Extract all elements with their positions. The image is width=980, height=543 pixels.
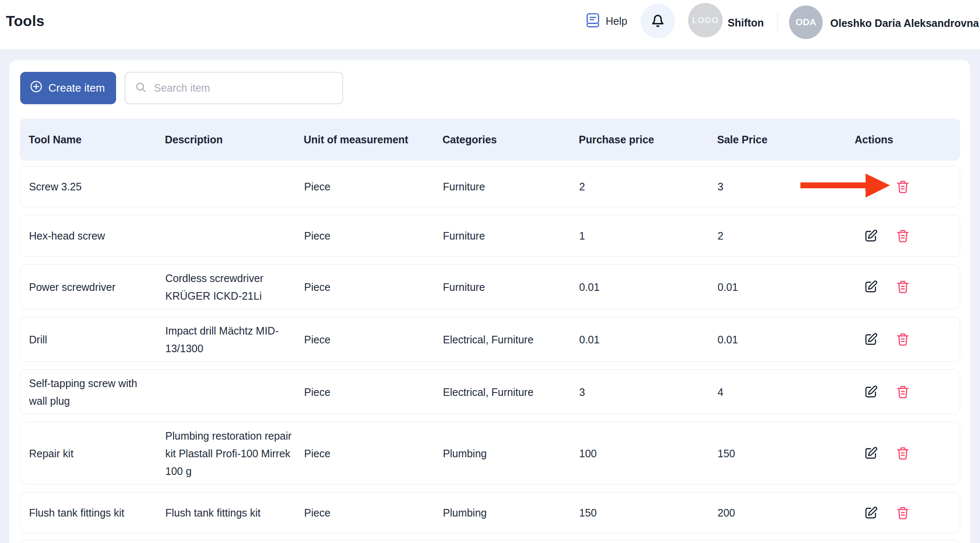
company-logo-avatar[interactable]: LOGO xyxy=(688,3,723,37)
cell-actions xyxy=(863,370,910,414)
cell-sale: 200 xyxy=(718,493,845,533)
user-name: Oleshko Daria Aleksandrovna xyxy=(830,17,979,29)
table-row-partial xyxy=(20,540,960,543)
delete-button[interactable] xyxy=(895,446,910,461)
table-header-row: Tool NameDescriptionUnit of measurementC… xyxy=(20,119,960,161)
edit-pencil-icon xyxy=(863,385,878,399)
edit-button[interactable] xyxy=(863,279,878,294)
edit-pencil-icon xyxy=(863,229,878,243)
cell-actions xyxy=(863,493,910,533)
cell-unit: Piece xyxy=(304,317,434,361)
cell-purchase: 0.01 xyxy=(579,265,707,309)
column-header-purchase-price: Purchase price xyxy=(579,119,707,161)
cell-categories: Furniture xyxy=(443,265,569,309)
create-item-label: Create item xyxy=(48,82,105,95)
edit-pencil-icon xyxy=(863,279,878,294)
cell-sale: 150 xyxy=(718,422,845,484)
edit-button[interactable] xyxy=(863,446,878,461)
logo-placeholder-text: LOGO xyxy=(692,16,719,25)
plus-circle-icon xyxy=(29,80,43,96)
cell-description xyxy=(165,166,296,207)
cell-unit: Piece xyxy=(304,215,434,256)
delete-button[interactable] xyxy=(895,279,910,294)
top-bar: Tools Help LOGO Shifton ODA Oleshko Dari… xyxy=(0,0,980,50)
cell-name: Screw 3.25 xyxy=(29,166,155,207)
edit-pencil-icon xyxy=(863,446,878,461)
cell-description xyxy=(165,370,296,414)
cell-purchase: 150 xyxy=(579,493,707,533)
edit-button[interactable] xyxy=(863,506,878,520)
help-button[interactable]: Help xyxy=(586,13,627,29)
search-input[interactable] xyxy=(154,82,322,94)
trash-icon xyxy=(895,229,910,243)
column-header-actions: Actions xyxy=(855,119,956,161)
table-row: Repair kitPlumbing restoration repair ki… xyxy=(20,422,960,485)
cell-categories: Electrical, Furniture xyxy=(443,317,569,361)
cell-unit: Piece xyxy=(304,493,434,533)
table-row: Flush tank fittings kitFlush tank fittin… xyxy=(20,492,960,533)
column-header-tool-name: Tool Name xyxy=(29,119,155,161)
help-label: Help xyxy=(606,15,627,27)
cell-sale: 3 xyxy=(718,166,845,207)
cell-name: Hex-head screw xyxy=(29,215,155,256)
cell-unit: Piece xyxy=(304,166,434,207)
trash-icon xyxy=(895,279,910,294)
delete-button[interactable] xyxy=(895,385,910,399)
trash-icon xyxy=(895,332,910,347)
brand-name: Shifton xyxy=(728,17,764,29)
cell-actions xyxy=(863,166,910,207)
cell-actions xyxy=(863,422,910,484)
edit-button[interactable] xyxy=(863,385,878,399)
table-body: Screw 3.25PieceFurniture23 Hex-head scre… xyxy=(20,166,960,541)
create-item-button[interactable]: Create item xyxy=(20,72,116,104)
user-initials: ODA xyxy=(796,17,816,28)
cell-name: Drill xyxy=(29,317,155,361)
cell-description: Plumbing restoration repair kit Plastall… xyxy=(165,422,296,484)
cell-sale: 0.01 xyxy=(718,265,845,309)
table-row: Power screwdriverCordless screwdriver KR… xyxy=(20,264,960,309)
delete-button[interactable] xyxy=(895,179,910,194)
cell-unit: Piece xyxy=(304,422,434,484)
cell-purchase: 2 xyxy=(579,166,707,207)
table-row: Screw 3.25PieceFurniture23 xyxy=(20,166,960,207)
cell-sale: 4 xyxy=(718,370,845,414)
column-header-categories: Categories xyxy=(442,119,569,161)
trash-icon xyxy=(895,179,910,194)
cell-purchase: 3 xyxy=(579,370,707,414)
edit-pencil-icon xyxy=(863,179,878,194)
page-title: Tools xyxy=(6,13,45,29)
edit-pencil-icon xyxy=(863,506,878,520)
cell-name: Self-tapping screw with wall plug xyxy=(29,370,155,414)
trash-icon xyxy=(895,385,910,399)
topbar-divider xyxy=(777,11,778,33)
table-row: DrillImpact drill Mächtz MID-13/1300Piec… xyxy=(20,317,960,362)
cell-purchase: 1 xyxy=(579,215,707,256)
notifications-button[interactable] xyxy=(641,4,675,38)
cell-sale: 0.01 xyxy=(718,317,845,361)
cell-name: Repair kit xyxy=(29,422,155,484)
trash-icon xyxy=(895,446,910,461)
cell-name: Flush tank fittings kit xyxy=(29,493,155,533)
bell-icon xyxy=(649,11,666,31)
edit-button[interactable] xyxy=(863,332,878,347)
cell-sale: 2 xyxy=(718,215,845,256)
cell-categories: Plumbing xyxy=(443,422,569,484)
delete-button[interactable] xyxy=(895,229,910,243)
cell-categories: Electrical, Furniture xyxy=(443,370,569,414)
cell-categories: Furniture xyxy=(443,215,569,256)
table-row: Self-tapping screw with wall plugPieceEl… xyxy=(20,369,960,414)
column-header-unit-of-measurement: Unit of measurement xyxy=(304,119,434,161)
cell-description: Flush tank fittings kit xyxy=(165,493,296,533)
edit-button[interactable] xyxy=(863,179,878,194)
delete-button[interactable] xyxy=(895,332,910,347)
tools-panel: Create item Tool NameDescriptionUnit of … xyxy=(9,60,970,543)
cell-categories: Furniture xyxy=(443,166,569,207)
edit-button[interactable] xyxy=(863,229,878,243)
user-avatar[interactable]: ODA xyxy=(789,5,823,39)
cell-actions xyxy=(863,215,910,256)
cell-purchase: 100 xyxy=(579,422,707,484)
cell-actions xyxy=(863,317,910,361)
cell-categories: Plumbing xyxy=(443,493,569,533)
delete-button[interactable] xyxy=(895,506,910,520)
help-book-icon xyxy=(586,13,600,29)
